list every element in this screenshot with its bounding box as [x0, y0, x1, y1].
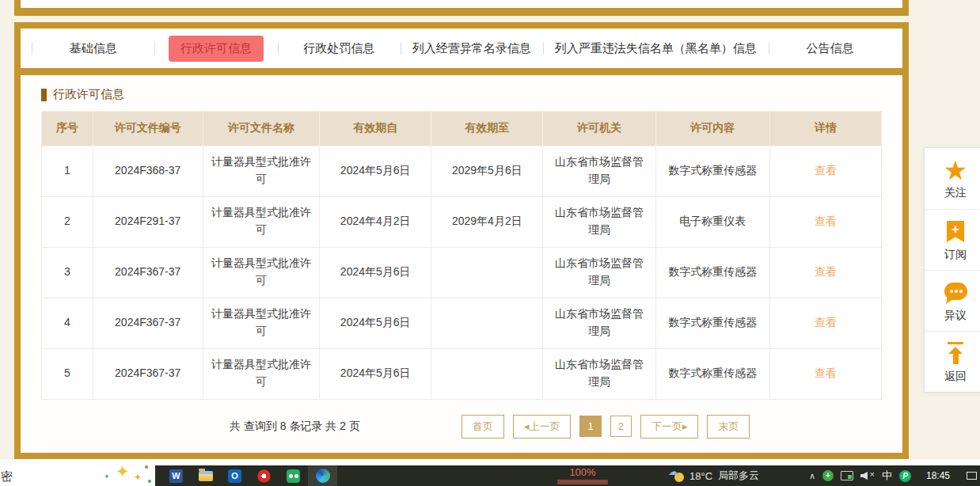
cell-valid-from: 2024年5月6日 [320, 298, 431, 348]
pagination: 共 查询到 8 条记录 共 2 页 首页 ◂上一页 12 下一页▸ 末页 [41, 415, 882, 439]
cell-authority: 山东省市场监督管理局 [543, 146, 655, 196]
taskbar: W O 100% ☁ [155, 465, 980, 486]
floating-action-panel: ★ 关注 订阅 异议 返回 [924, 147, 980, 393]
chevron-up-icon[interactable]: ∧ [809, 471, 815, 481]
view-detail-link[interactable]: 查看 [815, 164, 837, 177]
cell-authority: 山东省市场监督管理局 [543, 247, 655, 298]
media-player-icon [257, 469, 271, 483]
tab-blacklist-info[interactable]: 列入严重违法失信名单（黑名单）信息 [543, 36, 769, 62]
page-number-button[interactable]: 1 [579, 416, 601, 437]
page-number-button[interactable]: 2 [610, 416, 632, 437]
cell-seq: 2 [42, 196, 93, 247]
cell-valid-to: 2029年4月2日 [431, 196, 543, 247]
page: { "colors":{"accent_gold":"#c5952e","act… [0, 0, 980, 486]
view-detail-link[interactable]: 查看 [815, 265, 837, 278]
table-row: 2 2024F291-37 计量器具型式批准许可 2024年4月2日 2029年… [42, 196, 882, 247]
weather-widget[interactable]: ☁ 18°C 局部多云 [670, 465, 759, 486]
cell-detail: 查看 [769, 348, 881, 399]
cell-valid-from: 2024年5月6日 [320, 247, 431, 298]
tab-abnormal-operation-list-info[interactable]: 列入经营异常名录信息 [401, 36, 543, 62]
show-desktop-button[interactable] [967, 472, 977, 480]
info-tabbar: 基础信息 行政许可信息 行政处罚信息 列入经营异常名录信息 列入严重违法失信名单… [21, 28, 902, 68]
weather-moon-cloud-icon: ☁ [670, 469, 684, 482]
clipped-overlay-text [557, 480, 608, 484]
cell-detail: 查看 [769, 298, 881, 348]
taskbar-app[interactable]: W [161, 465, 191, 486]
desktop-corner-glyph: 密 [1, 469, 13, 484]
table-row: 3 2024F367-37 计量器具型式批准许可 2024年5月6日 山东省市场… [42, 247, 882, 298]
cell-content: 数字式称重传感器 [655, 298, 769, 348]
view-detail-link[interactable]: 查看 [815, 316, 837, 328]
previous-section-bottom-edge [14, 0, 909, 16]
action-label: 返回 [944, 370, 967, 384]
section-title: 行政许可信息 [41, 87, 882, 102]
taskbar-app[interactable] [191, 465, 220, 486]
table-row: 4 2024F367-37 计量器具型式批准许可 2024年5月6日 山东省市场… [42, 298, 882, 348]
cell-content: 数字式称重传感器 [655, 146, 769, 196]
dispute-button[interactable]: 异议 [925, 270, 980, 331]
display-tray-icon[interactable] [841, 471, 853, 480]
cell-license-name: 计量器具型式批准许可 [203, 298, 319, 348]
pagination-buttons: 首页 ◂上一页 12 下一页▸ 末页 [462, 415, 750, 439]
table-header: 序号许可文件编号许可文件名称有效期自有效期至许可机关许可内容详情 [42, 111, 882, 146]
cell-valid-from: 2024年5月6日 [320, 146, 431, 196]
table-row: 5 2024F367-37 计量器具型式批准许可 2024年5月6日 山东省市场… [42, 348, 882, 399]
taskbar-app[interactable] [279, 465, 308, 486]
first-page-button[interactable]: 首页 [462, 415, 504, 439]
cell-license-no: 2024F291-37 [93, 196, 203, 247]
cell-detail: 查看 [769, 247, 881, 298]
cell-valid-to [431, 298, 543, 348]
cell-content: 电子称重仪表 [655, 196, 769, 247]
p-badge-tray-icon[interactable]: P [899, 470, 911, 482]
ime-indicator[interactable]: 中 [882, 469, 892, 483]
progress-overlay: 100% [551, 467, 614, 484]
next-page-button[interactable]: 下一页▸ [640, 415, 699, 439]
edge-icon [316, 469, 330, 483]
table-row: 1 2024F368-37 计量器具型式批准许可 2024年5月6日 2029年… [42, 146, 882, 196]
cell-license-name: 计量器具型式批准许可 [203, 247, 319, 298]
tab-admin-license-info[interactable]: 行政许可信息 [169, 36, 264, 62]
cell-content: 数字式称重传感器 [655, 348, 769, 399]
volume-muted-icon[interactable] [860, 471, 875, 480]
cell-detail: 查看 [769, 196, 881, 247]
outlook-icon: O [228, 469, 241, 483]
view-detail-link[interactable]: 查看 [815, 366, 837, 379]
desktop-corner: 密 [0, 465, 155, 486]
tab-admin-penalty-info[interactable]: 行政处罚信息 [291, 36, 386, 62]
clock[interactable]: 18:45 [926, 470, 950, 481]
tab-content: 行政许可信息 序号许可文件编号许可文件名称有效期自有效期至许可机关许可内容详情 … [21, 75, 902, 439]
cell-valid-from: 2024年4月2日 [320, 196, 431, 247]
table-header-cell: 许可文件名称 [203, 111, 319, 146]
word-icon: W [169, 469, 183, 483]
prev-page-button[interactable]: ◂上一页 [513, 415, 572, 439]
taskbar-app[interactable]: O [220, 465, 249, 486]
taskbar-apps: W O [161, 465, 337, 486]
cell-seq: 4 [42, 298, 93, 348]
tab-basic-info[interactable]: 基础信息 [58, 36, 129, 62]
tab-announcement-info[interactable]: 公告信息 [794, 36, 865, 62]
gold-divider [21, 68, 902, 75]
cell-valid-to: 2029年5月6日 [431, 146, 543, 196]
cell-valid-to [431, 348, 543, 399]
view-detail-link[interactable]: 查看 [815, 215, 837, 227]
weather-temp: 18°C [689, 470, 712, 482]
dispute-icon [944, 283, 967, 300]
taskbar-app[interactable] [249, 465, 279, 486]
bottom-strip [0, 459, 980, 465]
cell-valid-to [431, 247, 543, 298]
table-header-cell: 许可机关 [543, 111, 655, 146]
follow-button[interactable]: ★ 关注 [925, 148, 980, 209]
back-top-button[interactable]: 返回 [925, 331, 980, 392]
wechat-icon [287, 469, 300, 483]
last-page-button[interactable]: 末页 [707, 415, 750, 439]
cell-seq: 3 [42, 247, 93, 298]
weather-condition: 局部多云 [718, 469, 759, 483]
taskbar-app[interactable] [308, 465, 337, 486]
antivirus-tray-icon[interactable] [822, 470, 834, 481]
subscribe-button[interactable]: 订阅 [925, 209, 980, 270]
system-tray: ∧ 中 P 18:45 [809, 465, 977, 486]
table-body: 1 2024F368-37 计量器具型式批准许可 2024年5月6日 2029年… [42, 146, 882, 399]
license-info-panel: 基础信息 行政许可信息 行政处罚信息 列入经营异常名录信息 列入严重违法失信名单… [14, 22, 909, 459]
cell-authority: 山东省市场监督管理局 [543, 348, 655, 399]
section-title-text: 行政许可信息 [53, 87, 124, 102]
